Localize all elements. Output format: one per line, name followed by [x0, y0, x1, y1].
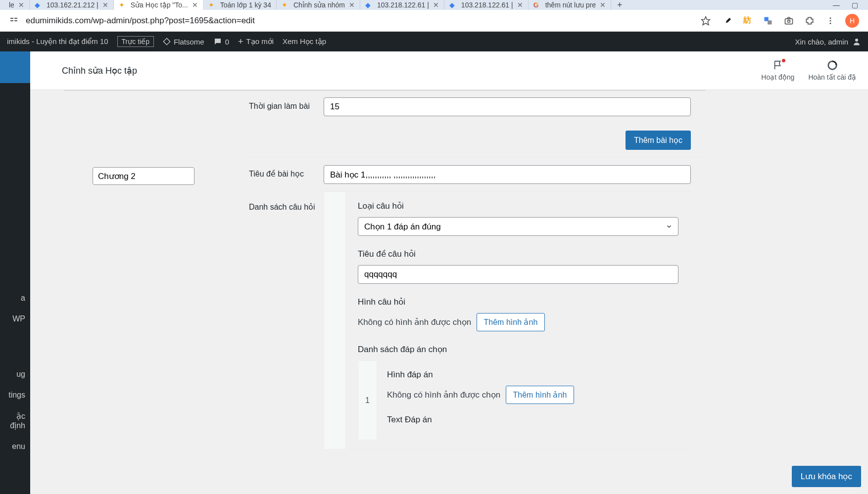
window-controls: — ▢	[833, 1, 864, 9]
comments-count: 0	[225, 38, 229, 46]
time-label: Thời gian làm bài	[242, 90, 324, 123]
translate-icon[interactable]	[762, 15, 774, 27]
browser-tab[interactable]: ✦ Toán lớp 1 kỳ 34	[203, 0, 277, 10]
chapter-input[interactable]	[93, 167, 194, 185]
favicon-icon: ◆	[35, 1, 43, 9]
question-title-section: Tiêu đề câu hỏi	[358, 249, 678, 284]
favicon-icon: ✦	[282, 1, 289, 9]
finish-setup-button[interactable]: Hoàn tất cài đặ	[808, 60, 856, 81]
sidebar-item[interactable]: a	[0, 294, 28, 303]
svg-point-9	[830, 17, 831, 19]
maximize-icon[interactable]: ▢	[852, 1, 858, 9]
svg-marker-12	[163, 38, 170, 45]
close-icon[interactable]: ✕	[517, 1, 523, 9]
color-picker-icon[interactable]	[721, 15, 732, 27]
add-image-button[interactable]: Thêm hình ảnh	[477, 313, 545, 331]
camera-icon[interactable]	[783, 15, 795, 27]
star-icon[interactable]	[700, 15, 712, 27]
favicon-icon: ✦	[119, 1, 127, 9]
new-tab-button[interactable]: +	[611, 0, 628, 10]
close-icon[interactable]: ✕	[192, 1, 198, 9]
answer-image-section: Hình đáp án Không có hình ảnh được chọn …	[387, 370, 668, 404]
browser-tab[interactable]: ◆ 103.162.21.212 | ✕	[30, 0, 114, 10]
wp-live-badge[interactable]: Trực tiếp	[117, 36, 154, 47]
answer-text-label: Text Đáp án	[387, 415, 668, 425]
wp-site-name[interactable]: imikids - Luyện thi đạt điểm 10	[7, 37, 108, 46]
page-header: Chỉnh sửa Học tập Hoạt động Hoàn tất cài…	[30, 51, 868, 90]
save-course-button[interactable]: Lưu khóa học	[792, 466, 861, 487]
svg-marker-4	[702, 16, 710, 25]
question-drag-handle[interactable]	[324, 192, 346, 449]
menu-icon[interactable]	[824, 15, 836, 27]
sidebar-item[interactable]: WP	[0, 314, 28, 323]
extension-icon[interactable]: 紡	[741, 15, 753, 27]
browser-tab[interactable]: ◆ 103.218.122.61 | ✕	[444, 0, 529, 10]
tab-title: 103.218.122.61 |	[377, 1, 429, 9]
answer-number: 1	[358, 361, 377, 440]
answer-panel: 1 Hình đáp án Không có hình ảnh được chọ…	[358, 360, 678, 440]
question-type-section: Loại câu hỏi Chọn 1 đáp án đúng	[358, 201, 678, 236]
question-image-label: Hình câu hỏi	[358, 297, 678, 307]
content-area: Thời gian làm bài Thêm bài học Tiêu đề b…	[30, 90, 868, 494]
wp-sidebar: a WP ug tings ặc định enu	[0, 51, 30, 494]
favicon-icon: ◆	[449, 1, 457, 9]
close-icon[interactable]: ✕	[102, 1, 108, 9]
browser-tab[interactable]: ◆ 103.218.122.61 | ✕	[360, 0, 444, 10]
field-row-time: Thời gian làm bài	[242, 90, 705, 124]
browser-tab[interactable]: G thêm nút lưu pre ✕	[529, 0, 611, 10]
puzzle-icon[interactable]	[804, 15, 816, 27]
sidebar-item[interactable]: ặc định	[0, 411, 28, 430]
no-image-text: Không có hình ảnh được chọn	[387, 390, 500, 400]
sidebar-item[interactable]: ug	[0, 370, 28, 379]
wp-view-link[interactable]: Xem Học tập	[283, 37, 326, 46]
activity-button[interactable]: Hoạt động	[761, 60, 794, 81]
question-image-section: Hình câu hỏi Không có hình ảnh được chọn…	[358, 297, 678, 331]
flag-icon	[772, 60, 783, 71]
form-container: Thời gian làm bài Thêm bài học Tiêu đề b…	[64, 90, 705, 91]
google-favicon-icon: G	[533, 1, 541, 9]
close-icon[interactable]: ✕	[18, 1, 24, 9]
svg-rect-3	[14, 20, 17, 21]
svg-rect-6	[768, 20, 772, 24]
lesson-title-input[interactable]	[324, 165, 691, 184]
site-name-text: imikids - Luyện thi đạt điểm 10	[7, 37, 108, 46]
lesson-title-label: Tiêu đề bài học	[242, 158, 324, 191]
flatsome-text: Flatsome	[174, 38, 204, 46]
answer-image-label: Hình đáp án	[387, 370, 668, 380]
add-lesson-row: Thêm bài học	[242, 124, 705, 158]
new-text: Tạo mới	[246, 37, 274, 46]
close-icon[interactable]: ✕	[433, 1, 439, 9]
tab-title: Toán lớp 1 kỳ 34	[220, 1, 271, 9]
question-list-label: Danh sách câu hỏi	[242, 191, 324, 223]
wp-greeting[interactable]: Xin chào, admin	[795, 37, 861, 46]
browser-tab-active[interactable]: ✦ Sửa Học tập "To... ✕	[114, 0, 203, 10]
svg-rect-2	[14, 18, 17, 19]
wp-comments[interactable]: 0	[213, 37, 229, 46]
wp-flatsome-menu[interactable]: Flatsome	[163, 38, 204, 46]
url-text[interactable]: edumimikids.com/wp-admin/post.php?post=1…	[26, 16, 694, 26]
notification-dot-icon	[782, 59, 785, 62]
wp-new-menu[interactable]: + Tạo mới	[238, 37, 274, 47]
close-icon[interactable]: ✕	[349, 1, 355, 9]
question-title-label: Tiêu đề câu hỏi	[358, 249, 678, 259]
sidebar-item[interactable]: enu	[0, 442, 28, 451]
close-icon[interactable]: ✕	[600, 1, 606, 9]
answer-list-label: Danh sách đáp án chọn	[358, 344, 678, 355]
time-input[interactable]	[324, 97, 691, 116]
field-row-lesson-title: Tiêu đề bài học	[242, 158, 705, 191]
svg-point-10	[830, 20, 831, 21]
site-info-icon[interactable]	[9, 15, 20, 26]
browser-tab[interactable]: ✦ Chỉnh sửa nhóm ✕	[277, 0, 360, 10]
avatar[interactable]: H	[845, 14, 859, 28]
question-type-select[interactable]: Chọn 1 đáp án đúng	[358, 217, 678, 236]
minimize-icon[interactable]: —	[833, 1, 840, 9]
answer-text-section: Text Đáp án	[387, 415, 668, 425]
sidebar-item[interactable]: tings	[0, 391, 28, 400]
tab-title: thêm nút lưu pre	[545, 1, 596, 9]
field-row-question-list: Danh sách câu hỏi Loại câu hỏi Chọn 1 đá…	[242, 191, 705, 450]
browser-tab[interactable]: le ✕	[4, 0, 30, 10]
question-title-input[interactable]	[358, 265, 678, 284]
svg-point-11	[830, 22, 831, 24]
add-lesson-button[interactable]: Thêm bài học	[626, 131, 691, 150]
add-answer-image-button[interactable]: Thêm hình ảnh	[506, 386, 575, 404]
